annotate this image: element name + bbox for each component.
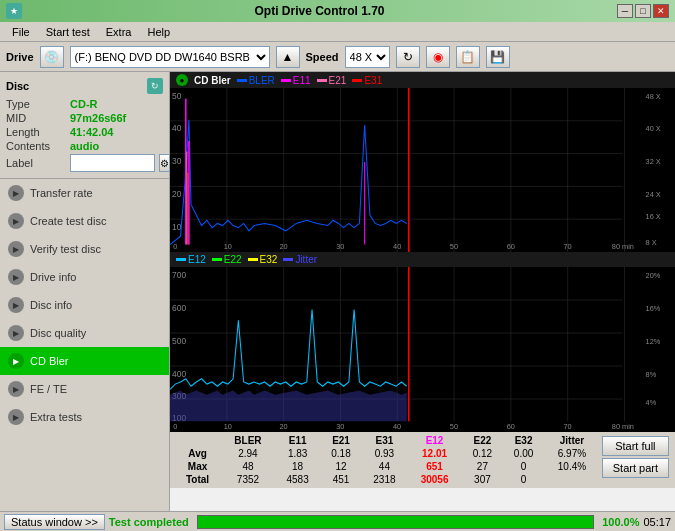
disc-length-row: Length 41:42.04 (6, 126, 163, 138)
menu-file[interactable]: File (4, 24, 38, 40)
stats-total-e32: 0 (503, 473, 544, 486)
stats-avg-bler: 2.94 (221, 447, 275, 460)
legend-e21: E21 (317, 75, 347, 86)
menu-help[interactable]: Help (139, 24, 178, 40)
stats-avg-e12: 12.01 (407, 447, 462, 460)
disc-settings-icon[interactable]: ⚙ (159, 154, 170, 172)
nav-disc-info[interactable]: ▶ Disc info (0, 291, 169, 319)
stats-max-jitter: 10.4% (544, 460, 600, 473)
main: Disc ↻ Type CD-R MID 97m26s66f Length 41… (0, 72, 675, 511)
stats-header-row: BLER E11 E21 E31 E12 E22 E32 Jitter (174, 434, 600, 447)
nav-icon-disc-quality: ▶ (8, 325, 24, 341)
svg-text:24 X: 24 X (646, 190, 661, 199)
disc-title: Disc (6, 80, 29, 92)
stats-avg-e22: 0.12 (462, 447, 503, 460)
menu-start-test[interactable]: Start test (38, 24, 98, 40)
menubar: File Start test Extra Help (0, 22, 675, 42)
legend-color-e31 (352, 79, 362, 82)
close-button[interactable]: ✕ (653, 4, 669, 18)
stats-max-e32: 0 (503, 460, 544, 473)
svg-text:10: 10 (224, 422, 232, 431)
stats-col-jitter: Jitter (544, 434, 600, 447)
nav-create-test-disc[interactable]: ▶ Create test disc (0, 207, 169, 235)
legend-color-bler (237, 79, 247, 82)
svg-text:60: 60 (507, 242, 515, 251)
progress-percent: 100.0% (602, 516, 639, 528)
svg-text:0: 0 (173, 242, 177, 251)
nav-icon-verify-test-disc: ▶ (8, 241, 24, 257)
maximize-button[interactable]: □ (635, 4, 651, 18)
nav-label-drive-info: Drive info (30, 271, 76, 283)
svg-text:40: 40 (172, 123, 182, 133)
stats-col-e11: E11 (275, 434, 321, 447)
svg-text:48 X: 48 X (646, 92, 661, 101)
upper-chart-title: CD Bler (194, 75, 231, 86)
disc-refresh-icon[interactable]: ↻ (147, 78, 163, 94)
nav-icon-create-test-disc: ▶ (8, 213, 24, 229)
disc-label-row: Label ⚙ (6, 154, 163, 172)
legend-jitter: Jitter (283, 254, 317, 265)
action-buttons: Start full Start part (600, 434, 671, 480)
stats-col-e31: E31 (362, 434, 408, 447)
status-window-button[interactable]: Status window >> (4, 514, 105, 530)
legend-e22: E22 (212, 254, 242, 265)
stats-avg-jitter: 6.97% (544, 447, 600, 460)
nav-cd-bler[interactable]: ▶ CD Bler (0, 347, 169, 375)
nav-icon-extra-tests: ▶ (8, 409, 24, 425)
svg-text:4%: 4% (646, 398, 657, 407)
refresh-button[interactable]: ↻ (396, 46, 420, 68)
drive-select[interactable]: (F:) BENQ DVD DD DW1640 BSRB (70, 46, 270, 68)
speed-select[interactable]: 48 X (345, 46, 390, 68)
legend-label-e11: E11 (293, 75, 311, 86)
start-full-button[interactable]: Start full (602, 436, 669, 456)
save-button[interactable]: 💾 (486, 46, 510, 68)
copy-button[interactable]: 📋 (456, 46, 480, 68)
stats-total-bler: 7352 (221, 473, 275, 486)
svg-text:50: 50 (450, 422, 458, 431)
titlebar-left: ★ (6, 3, 22, 19)
nav-label-disc-quality: Disc quality (30, 327, 86, 339)
disc-type-label: Type (6, 98, 66, 110)
stats-avg-e32: 0.00 (503, 447, 544, 460)
titlebar: ★ Opti Drive Control 1.70 ─ □ ✕ (0, 0, 675, 22)
svg-text:500: 500 (172, 336, 186, 346)
statusbar: Status window >> Test completed 100.0% 0… (0, 511, 675, 531)
svg-text:8%: 8% (646, 370, 657, 379)
stats-avg-e21: 0.18 (320, 447, 361, 460)
nav-verify-test-disc[interactable]: ▶ Verify test disc (0, 235, 169, 263)
erase-button[interactable]: ◉ (426, 46, 450, 68)
lower-chart-header: E12 E22 E32 Jitter (170, 252, 675, 267)
svg-text:400: 400 (172, 369, 186, 379)
titlebar-title: Opti Drive Control 1.70 (22, 4, 617, 18)
nav-fe-te[interactable]: ▶ FE / TE (0, 375, 169, 403)
legend-e31: E31 (352, 75, 382, 86)
nav-drive-info[interactable]: ▶ Drive info (0, 263, 169, 291)
svg-text:20: 20 (279, 422, 287, 431)
nav-transfer-rate[interactable]: ▶ Transfer rate (0, 179, 169, 207)
svg-text:30: 30 (336, 422, 344, 431)
nav-extra-tests[interactable]: ▶ Extra tests (0, 403, 169, 431)
eject-button[interactable]: ▲ (276, 46, 300, 68)
cd-bler-indicator: ● (176, 74, 188, 86)
svg-text:8 X: 8 X (646, 238, 657, 247)
stats-max-e21: 12 (320, 460, 361, 473)
legend-label-e22: E22 (224, 254, 242, 265)
status-time: 05:17 (643, 516, 671, 528)
svg-text:30: 30 (336, 242, 344, 251)
svg-text:80 min: 80 min (612, 422, 634, 431)
disc-mid-value: 97m26s66f (70, 112, 126, 124)
start-part-button[interactable]: Start part (602, 458, 669, 478)
disc-mid-row: MID 97m26s66f (6, 112, 163, 124)
nav-disc-quality[interactable]: ▶ Disc quality (0, 319, 169, 347)
progress-bar-container (197, 515, 594, 529)
nav-label-create-test-disc: Create test disc (30, 215, 106, 227)
menu-extra[interactable]: Extra (98, 24, 140, 40)
upper-chart-svg: 50 40 30 20 10 0 10 20 30 40 50 60 70 80… (170, 88, 675, 252)
disc-contents-label: Contents (6, 140, 66, 152)
minimize-button[interactable]: ─ (617, 4, 633, 18)
disc-length-label: Length (6, 126, 66, 138)
nav-label-verify-test-disc: Verify test disc (30, 243, 101, 255)
legend-e11: E11 (281, 75, 311, 86)
disc-label-input[interactable] (70, 154, 155, 172)
stats-max-label: Max (174, 460, 221, 473)
